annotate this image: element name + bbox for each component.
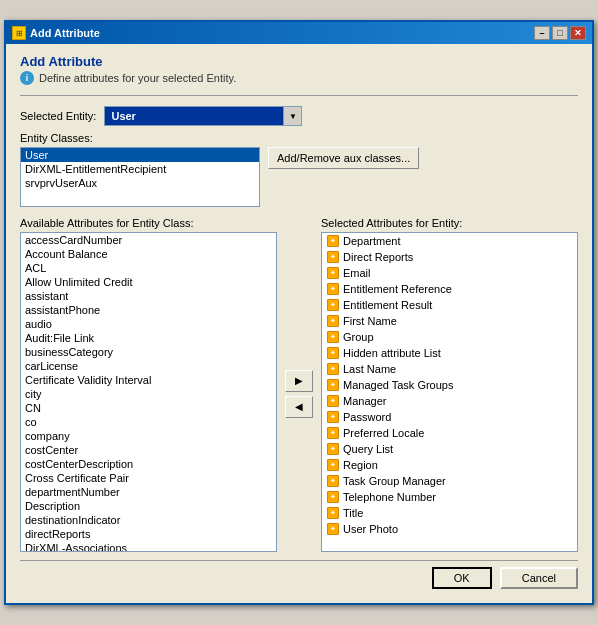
selected-attribute-item[interactable]: ✦Telephone Number xyxy=(322,489,577,505)
available-attributes-list[interactable]: accessCardNumberAccount BalanceACLAllow … xyxy=(20,232,277,552)
selected-entity-row: Selected Entity: User ▼ xyxy=(20,106,578,126)
cancel-button[interactable]: Cancel xyxy=(500,567,578,589)
attribute-icon: ✦ xyxy=(326,314,340,328)
available-attribute-item[interactable]: ACL xyxy=(21,261,276,275)
available-attribute-item[interactable]: carLicense xyxy=(21,359,276,373)
selected-attribute-item[interactable]: ✦Department xyxy=(322,233,577,249)
entity-classes-list[interactable]: User DirXML-EntitlementRecipient srvprvU… xyxy=(20,147,260,207)
attr-icon-shape: ✦ xyxy=(327,315,339,327)
entity-class-item[interactable]: srvprvUserAux xyxy=(21,176,259,190)
attribute-icon: ✦ xyxy=(326,378,340,392)
attribute-name: Title xyxy=(343,507,363,519)
available-attribute-item[interactable]: assistant xyxy=(21,289,276,303)
available-attribute-item[interactable]: costCenterDescription xyxy=(21,457,276,471)
add-attribute-button[interactable]: ▶ xyxy=(285,370,313,392)
attribute-name: User Photo xyxy=(343,523,398,535)
attribute-name: Last Name xyxy=(343,363,396,375)
available-attribute-item[interactable]: CN xyxy=(21,401,276,415)
attr-icon-shape: ✦ xyxy=(327,507,339,519)
remove-attribute-button[interactable]: ◀ xyxy=(285,396,313,418)
attribute-name: Email xyxy=(343,267,371,279)
entity-dropdown-wrapper[interactable]: User ▼ xyxy=(104,106,578,126)
attr-icon-shape: ✦ xyxy=(327,299,339,311)
selected-attribute-item[interactable]: ✦Entitlement Result xyxy=(322,297,577,313)
attribute-name: Manager xyxy=(343,395,386,407)
attribute-icon: ✦ xyxy=(326,474,340,488)
selected-attribute-item[interactable]: ✦First Name xyxy=(322,313,577,329)
entity-class-item[interactable]: DirXML-EntitlementRecipient xyxy=(21,162,259,176)
available-attribute-item[interactable]: Audit:File Link xyxy=(21,331,276,345)
available-attribute-item[interactable]: destinationIndicator xyxy=(21,513,276,527)
maximize-button[interactable]: □ xyxy=(552,26,568,40)
available-attribute-item[interactable]: audio xyxy=(21,317,276,331)
available-attribute-item[interactable]: businessCategory xyxy=(21,345,276,359)
attribute-icon: ✦ xyxy=(326,250,340,264)
available-attribute-item[interactable]: directReports xyxy=(21,527,276,541)
attr-icon-shape: ✦ xyxy=(327,443,339,455)
selected-attribute-item[interactable]: ✦Title xyxy=(322,505,577,521)
available-attribute-item[interactable]: departmentNumber xyxy=(21,485,276,499)
attribute-name: Entitlement Result xyxy=(343,299,432,311)
selected-attribute-item[interactable]: ✦Last Name xyxy=(322,361,577,377)
available-attribute-item[interactable]: city xyxy=(21,387,276,401)
attr-icon-shape: ✦ xyxy=(327,395,339,407)
selected-attribute-item[interactable]: ✦Email xyxy=(322,265,577,281)
attr-icon-shape: ✦ xyxy=(327,235,339,247)
selected-attribute-item[interactable]: ✦Group xyxy=(322,329,577,345)
selected-attribute-item[interactable]: ✦Entitlement Reference xyxy=(322,281,577,297)
available-attribute-item[interactable]: accessCardNumber xyxy=(21,233,276,247)
attribute-icon: ✦ xyxy=(326,394,340,408)
entity-dropdown[interactable]: User xyxy=(104,106,284,126)
attribute-name: Region xyxy=(343,459,378,471)
available-panel: Available Attributes for Entity Class: a… xyxy=(20,217,277,552)
ok-button[interactable]: OK xyxy=(432,567,492,589)
attribute-name: Task Group Manager xyxy=(343,475,446,487)
selected-attribute-item[interactable]: ✦User Photo xyxy=(322,521,577,537)
attr-icon-shape: ✦ xyxy=(327,459,339,471)
available-attribute-item[interactable]: costCenter xyxy=(21,443,276,457)
title-buttons: – □ ✕ xyxy=(534,26,586,40)
available-attribute-item[interactable]: Allow Unlimited Credit xyxy=(21,275,276,289)
attribute-name: Managed Task Groups xyxy=(343,379,453,391)
entity-class-item[interactable]: User xyxy=(21,148,259,162)
available-attribute-item[interactable]: Account Balance xyxy=(21,247,276,261)
selected-attribute-item[interactable]: ✦Password xyxy=(322,409,577,425)
attr-icon-shape: ✦ xyxy=(327,411,339,423)
attribute-icon: ✦ xyxy=(326,282,340,296)
entity-dropdown-arrow[interactable]: ▼ xyxy=(284,106,302,126)
attr-icon-shape: ✦ xyxy=(327,363,339,375)
available-attribute-item[interactable]: company xyxy=(21,429,276,443)
selected-attribute-item[interactable]: ✦Managed Task Groups xyxy=(322,377,577,393)
selected-entity-label: Selected Entity: xyxy=(20,110,96,122)
available-attribute-item[interactable]: Description xyxy=(21,499,276,513)
available-attribute-item[interactable]: Certificate Validity Interval xyxy=(21,373,276,387)
close-button[interactable]: ✕ xyxy=(570,26,586,40)
available-attribute-item[interactable]: assistantPhone xyxy=(21,303,276,317)
selected-attribute-item[interactable]: ✦Query List xyxy=(322,441,577,457)
selected-attribute-item[interactable]: ✦Hidden attribute List xyxy=(322,345,577,361)
dialog-content: Add Attribute i Define attributes for yo… xyxy=(6,44,592,603)
attr-icon-shape: ✦ xyxy=(327,251,339,263)
attribute-icon: ✦ xyxy=(326,442,340,456)
attr-icon-shape: ✦ xyxy=(327,523,339,535)
available-attribute-item[interactable]: Cross Certificate Pair xyxy=(21,471,276,485)
title-bar-left: ⊞ Add Attribute xyxy=(12,26,100,40)
aux-classes-button[interactable]: Add/Remove aux classes... xyxy=(268,147,419,169)
attribute-icon: ✦ xyxy=(326,346,340,360)
selected-attribute-item[interactable]: ✦Manager xyxy=(322,393,577,409)
attribute-name: Query List xyxy=(343,443,393,455)
attr-icon-shape: ✦ xyxy=(327,427,339,439)
available-attribute-item[interactable]: DirXML-Associations xyxy=(21,541,276,552)
attribute-name: Preferred Locale xyxy=(343,427,424,439)
attr-icon-shape: ✦ xyxy=(327,491,339,503)
selected-panel-label: Selected Attributes for Entity: xyxy=(321,217,578,229)
available-attribute-item[interactable]: co xyxy=(21,415,276,429)
selected-attributes-list[interactable]: ✦Department✦Direct Reports✦Email✦Entitle… xyxy=(321,232,578,552)
minimize-button[interactable]: – xyxy=(534,26,550,40)
attr-icon-shape: ✦ xyxy=(327,379,339,391)
attribute-icon: ✦ xyxy=(326,410,340,424)
selected-attribute-item[interactable]: ✦Direct Reports xyxy=(322,249,577,265)
selected-attribute-item[interactable]: ✦Region xyxy=(322,457,577,473)
selected-attribute-item[interactable]: ✦Preferred Locale xyxy=(322,425,577,441)
selected-attribute-item[interactable]: ✦Task Group Manager xyxy=(322,473,577,489)
